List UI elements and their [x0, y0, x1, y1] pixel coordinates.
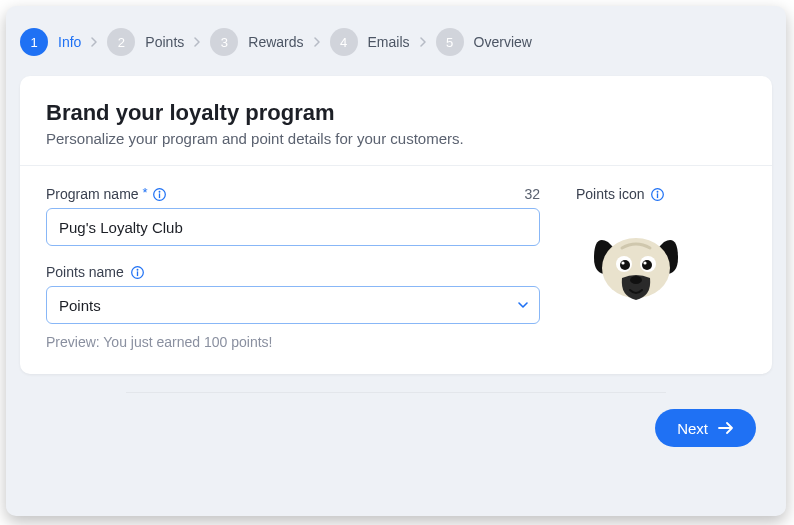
svg-rect-5 [137, 271, 138, 276]
svg-point-4 [136, 268, 138, 270]
wizard-container: 1 Info 2 Points 3 Rewards 4 Emails 5 O [6, 6, 786, 516]
svg-point-1 [158, 190, 160, 192]
points-name-label: Points name [46, 264, 124, 280]
step-rewards[interactable]: 3 Rewards [210, 28, 303, 56]
card-header: Brand your loyalty program Personalize y… [20, 76, 772, 166]
info-icon[interactable] [650, 187, 665, 202]
step-points[interactable]: 2 Points [107, 28, 184, 56]
info-icon[interactable] [152, 187, 167, 202]
points-icon-label: Points icon [576, 186, 644, 202]
svg-point-16 [630, 276, 642, 284]
form-right-column: Points icon [576, 186, 746, 350]
chevron-right-icon [87, 37, 101, 47]
step-number: 5 [436, 28, 464, 56]
step-overview[interactable]: 5 Overview [436, 28, 532, 56]
program-name-label-row: Program name * 32 [46, 186, 540, 202]
step-number: 4 [330, 28, 358, 56]
step-label: Emails [368, 34, 410, 50]
program-name-input[interactable] [46, 208, 540, 246]
preview-text: Preview: You just earned 100 points! [46, 334, 540, 350]
arrow-right-icon [718, 422, 734, 434]
card-title: Brand your loyalty program [46, 100, 746, 126]
program-name-label: Program name [46, 186, 139, 202]
char-counter: 32 [524, 186, 540, 202]
svg-point-13 [642, 260, 652, 270]
svg-point-7 [657, 190, 659, 192]
points-icon-label-row: Points icon [576, 186, 746, 202]
info-icon[interactable] [130, 265, 145, 280]
stepper: 1 Info 2 Points 3 Rewards 4 Emails 5 O [6, 28, 786, 76]
form-left-column: Program name * 32 Points name [46, 186, 540, 350]
card-subtitle: Personalize your program and point detai… [46, 130, 746, 147]
chevron-right-icon [190, 37, 204, 47]
points-name-select[interactable] [46, 286, 540, 324]
svg-rect-2 [159, 193, 160, 198]
points-name-label-row: Points name [46, 264, 540, 280]
step-number: 1 [20, 28, 48, 56]
step-number: 2 [107, 28, 135, 56]
step-label: Info [58, 34, 81, 50]
required-asterisk: * [143, 185, 148, 200]
next-button-label: Next [677, 420, 708, 437]
svg-point-14 [621, 261, 624, 264]
step-label: Overview [474, 34, 532, 50]
step-label: Rewards [248, 34, 303, 50]
footer: Next [6, 393, 786, 447]
step-emails[interactable]: 4 Emails [330, 28, 410, 56]
svg-point-15 [643, 261, 646, 264]
svg-point-12 [620, 260, 630, 270]
step-label: Points [145, 34, 184, 50]
step-number: 3 [210, 28, 238, 56]
step-info[interactable]: 1 Info [20, 28, 81, 56]
card-body: Program name * 32 Points name [20, 166, 772, 374]
chevron-right-icon [310, 37, 324, 47]
points-icon-preview[interactable] [576, 212, 696, 312]
next-button[interactable]: Next [655, 409, 756, 447]
svg-rect-8 [657, 193, 658, 198]
points-name-select-wrap [46, 286, 540, 324]
form-card: Brand your loyalty program Personalize y… [20, 76, 772, 374]
chevron-right-icon [416, 37, 430, 47]
